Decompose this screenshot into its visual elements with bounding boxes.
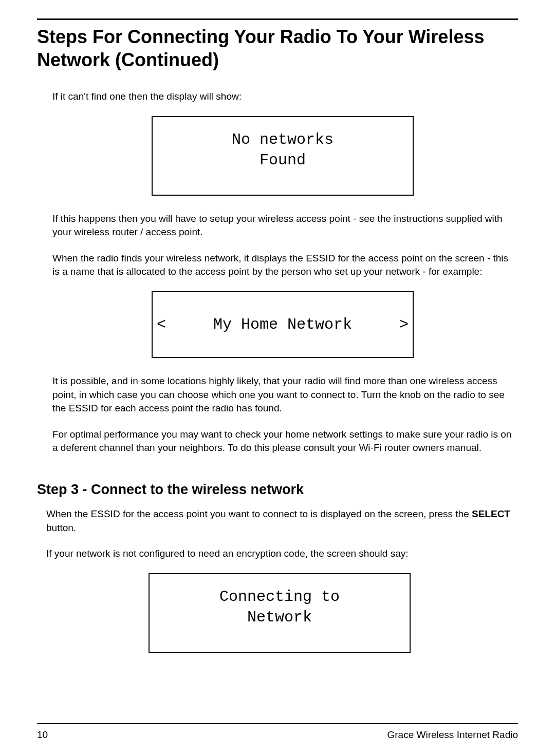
paragraph-5: For optimal performance you may want to … <box>52 428 513 455</box>
page-number: 10 <box>37 729 48 741</box>
footer-line: 10 Grace Wireless Internet Radio <box>37 729 518 741</box>
manual-page: Steps For Connecting Your Radio To Your … <box>0 0 555 756</box>
paragraph-6: When the ESSID for the access point you … <box>46 507 513 535</box>
display-text: No networks Found <box>157 129 409 171</box>
footer-title: Grace Wireless Internet Radio <box>387 729 519 741</box>
body-content: If it can't find one then the display wi… <box>37 90 518 455</box>
display-connecting: Connecting to Network <box>149 573 411 653</box>
paragraph-1: If it can't find one then the display wi… <box>52 90 513 104</box>
select-button-label: SELECT <box>472 508 510 519</box>
display-text: Connecting to Network <box>154 587 405 628</box>
display-no-networks: No networks Found <box>152 116 414 196</box>
step-3-body: When the ESSID for the access point you … <box>37 507 518 653</box>
chevron-left-icon: < <box>157 316 166 333</box>
para6-suffix: button. <box>46 522 76 533</box>
para6-prefix: When the ESSID for the access point you … <box>46 508 472 519</box>
page-footer: 10 Grace Wireless Internet Radio <box>37 723 518 741</box>
page-title: Steps For Connecting Your Radio To Your … <box>37 25 518 71</box>
paragraph-7: If your network is not configured to nee… <box>46 547 513 561</box>
header-rule <box>37 18 518 20</box>
footer-rule <box>37 723 518 724</box>
paragraph-3: When the radio finds your wireless netwo… <box>52 252 513 279</box>
chevron-right-icon: > <box>399 316 409 333</box>
paragraph-2: If this happens then you will have to se… <box>52 212 513 239</box>
step-3-heading: Step 3 - Connect to the wireless network <box>37 482 518 498</box>
paragraph-4: It is possible, and in some locations hi… <box>52 374 513 415</box>
display-essid: < My Home Network > <box>152 291 414 358</box>
essid-text: My Home Network <box>166 316 399 333</box>
